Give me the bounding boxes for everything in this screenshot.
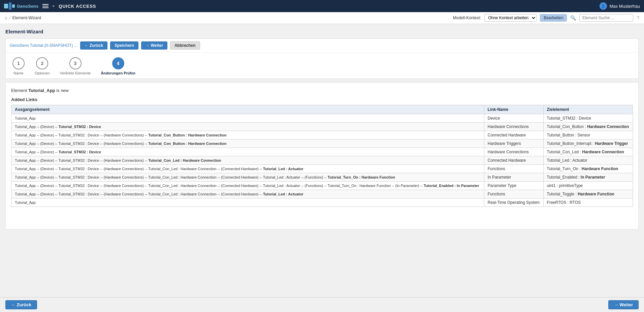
cell-target: Tutorial_Con_Button : Hardware Connectio… [543, 123, 633, 131]
nav-chevron-icon: ▾ [53, 4, 55, 8]
cell-link: Hardware Connections [484, 123, 543, 131]
cell-target: Tutorial_STM32 : Device [543, 114, 633, 123]
table-row: Tutorial_App -- (Device) -- Tutorial_STM… [11, 173, 633, 182]
username: Max Musterfrau [610, 4, 640, 9]
logo: GenoSens [4, 2, 38, 10]
cell-source: Tutorial_App -- (Device) -- Tutorial_STM… [11, 190, 484, 198]
section-title: Added Links [11, 97, 633, 102]
wizard-back-button[interactable]: ← Zurück [80, 41, 107, 50]
cell-link: Hardware Connections [484, 148, 543, 156]
breadcrumb-right: Modell-Kontext: Ohne Kontext arbeiten Be… [453, 14, 639, 22]
table-row: Tutorial_App -- (Device) -- Tutorial_STM… [11, 182, 633, 190]
cell-source: Tutorial_App -- (Device) -- Tutorial_STM… [11, 123, 484, 131]
cell-link: Hardware Triggers [484, 139, 543, 148]
step-4: 4 Änderungen Prüfen [101, 57, 135, 75]
cell-link: Device [484, 114, 543, 123]
cell-source: Tutorial_App [11, 198, 484, 207]
table-row: Tutorial_App -- (Device) -- Tutorial_STM… [11, 139, 633, 148]
breadcrumb-home[interactable]: ⌂ [5, 15, 7, 20]
table-row: Tutorial_AppReal-Time Operating SystemFr… [11, 198, 633, 207]
cell-link: Functions [484, 190, 543, 198]
model-kontext-label: Modell-Kontext: [453, 15, 481, 20]
element-search-input[interactable] [579, 14, 633, 22]
cell-source: Tutorial_App -- (Device) -- Tutorial_STM… [11, 148, 484, 156]
cell-source: Tutorial_App -- (Device) -- Tutorial_STM… [11, 173, 484, 182]
table-row: Tutorial_App -- (Device) -- Tutorial_STM… [11, 123, 633, 131]
logo-icon [4, 2, 15, 10]
wizard-save-button[interactable]: Speichern [110, 41, 138, 50]
table-row: Tutorial_App -- (Device) -- Tutorial_STM… [11, 190, 633, 198]
col-header-link: Link-Name [484, 105, 543, 114]
element-info: Element Tutorial_App is new [11, 88, 633, 93]
wizard-card: GenoSens Tutorial (0-SNAPSHOT) ... ← Zur… [5, 38, 639, 79]
cell-target: Tutorial_Led : Actuator [543, 156, 633, 165]
top-nav-right: 👤 Max Musterfrau [600, 2, 640, 10]
help-icon[interactable]: ? [637, 15, 639, 21]
cell-link: Connected Hardware [484, 156, 543, 165]
cell-source: Tutorial_App -- (Device) -- Tutorial_STM… [11, 139, 484, 148]
svg-rect-2 [12, 4, 15, 8]
model-kontext-select[interactable]: Ohne Kontext arbeiten [484, 14, 537, 22]
step-4-label: Änderungen Prüfen [101, 71, 135, 75]
step-1-circle: 1 [12, 57, 25, 69]
step-1-label: Name [13, 71, 23, 75]
breadcrumb-current: Element-Wizard [12, 15, 41, 20]
cell-link: Functions [484, 165, 543, 173]
cell-target: Tutorial_Turn_On : Hardware Function [543, 165, 633, 173]
cell-target: uint1 : primitiveType [543, 182, 633, 190]
cell-link: Real-Time Operating System [484, 198, 543, 207]
step-1: 1 Name [12, 57, 25, 75]
cell-target: Tutorial_Enabled : In Parameter [543, 173, 633, 182]
top-navigation: GenoSens ▾ QUICK ACCESS 👤 Max Musterfrau [0, 0, 644, 12]
table-row: Tutorial_App -- (Device) -- Tutorial_STM… [11, 156, 633, 165]
cell-source: Tutorial_App -- (Device) -- Tutorial_STM… [11, 165, 484, 173]
step-4-circle: 4 [112, 57, 124, 69]
quick-access-label: QUICK ACCESS [59, 4, 96, 9]
scroll-area: Element Tutorial_App is new Added Links … [11, 88, 633, 224]
links-table: Ausgangselement Link-Name Zielelement Tu… [11, 105, 633, 207]
page-content: Element-Wizard GenoSens Tutorial (0-SNAP… [0, 24, 644, 234]
step-2-label: Optionen [35, 71, 50, 75]
page-title: Element-Wizard [5, 29, 639, 34]
cell-link: Parameter Type [484, 182, 543, 190]
main-content: Element Tutorial_App is new Added Links … [5, 82, 639, 229]
cell-source: Tutorial_App -- (Device) -- Tutorial_STM… [11, 156, 484, 165]
wizard-cancel-button[interactable]: Abbrechen [170, 41, 200, 50]
step-3: 3 Verlinkte Elemente [60, 57, 91, 75]
logo-text: GenoSens [17, 4, 38, 9]
cell-link: In Parameter [484, 173, 543, 182]
user-avatar: 👤 [600, 2, 607, 10]
cell-source: Tutorial_App -- (Device) -- Tutorial_STM… [11, 131, 484, 139]
cell-target: Tutorial_Toggle : Hardware Function [543, 190, 633, 198]
step-2: 2 Optionen [35, 57, 50, 75]
search-icon: 🔍 [570, 15, 576, 21]
cell-source: Tutorial_App -- (Device) -- Tutorial_STM… [11, 182, 484, 190]
breadcrumb-separator: / [9, 15, 10, 20]
table-row: Tutorial_App -- (Device) -- Tutorial_STM… [11, 131, 633, 139]
hamburger-menu[interactable] [42, 4, 49, 8]
cell-target: Tutorial_Button_Interrupt : Hardware Tri… [543, 139, 633, 148]
cell-source: Tutorial_App [11, 114, 484, 123]
step-3-circle: 3 [69, 57, 82, 69]
col-header-target: Zielelement [543, 105, 633, 114]
bearbeiten-button[interactable]: Bearbeiten [540, 14, 567, 22]
wizard-steps: 1 Name 2 Optionen 3 Verlinkte Elemente 4… [6, 53, 638, 79]
svg-rect-1 [9, 2, 11, 10]
breadcrumb-bar: ⌂ / Element-Wizard Modell-Kontext: Ohne … [0, 12, 644, 24]
wizard-toolbar: GenoSens Tutorial (0-SNAPSHOT) ... ← Zur… [6, 39, 638, 53]
col-header-source: Ausgangselement [11, 105, 484, 114]
cell-target: FreeRTOS : RTOS [543, 198, 633, 207]
table-row: Tutorial_App -- (Device) -- Tutorial_STM… [11, 148, 633, 156]
step-2-circle: 2 [36, 57, 48, 69]
table-row: Tutorial_App -- (Device) -- Tutorial_STM… [11, 165, 633, 173]
svg-rect-0 [4, 4, 8, 8]
wizard-next-button[interactable]: → Weiter [141, 41, 167, 50]
step-3-label: Verlinkte Elemente [60, 71, 91, 75]
cell-target: Tutorial_Button : Sensor [543, 131, 633, 139]
cell-target: Tutorial_Con_Led : Hardware Connection [543, 148, 633, 156]
cell-link: Connected Hardware [484, 131, 543, 139]
table-row: Tutorial_AppDeviceTutorial_STM32 : Devic… [11, 114, 633, 123]
project-link[interactable]: GenoSens Tutorial (0-SNAPSHOT) ... [10, 43, 77, 48]
